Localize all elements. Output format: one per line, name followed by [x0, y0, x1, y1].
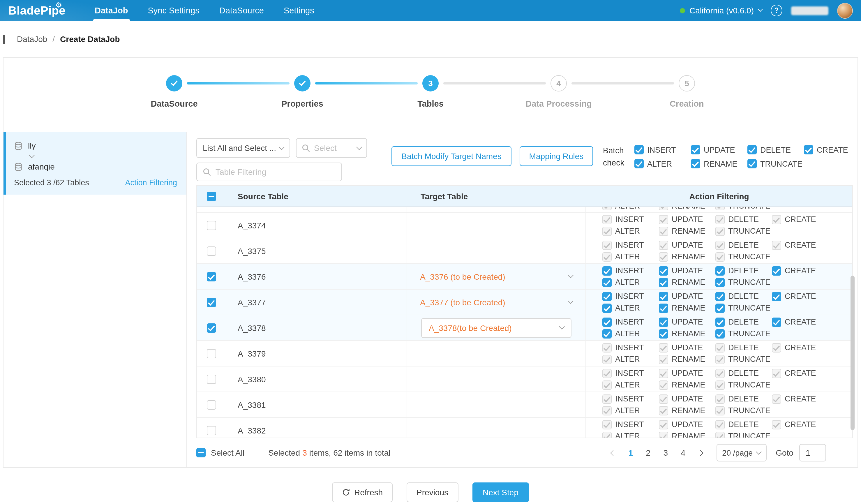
- action-filter-truncate[interactable]: TRUNCATE: [715, 278, 772, 287]
- nav-item-settings[interactable]: Settings: [284, 0, 314, 21]
- action-filter-delete[interactable]: DELETE: [715, 266, 772, 275]
- checkbox-checked[interactable]: [659, 303, 668, 313]
- checkbox-checked[interactable]: [772, 317, 781, 327]
- step-properties[interactable]: Properties: [238, 75, 366, 108]
- action-filter-insert[interactable]: INSERT: [602, 317, 659, 327]
- batch-check-truncate[interactable]: TRUNCATE: [748, 159, 804, 169]
- app-logo[interactable]: BladePipe ⚙: [8, 4, 66, 17]
- checkbox-checked[interactable]: [602, 317, 612, 327]
- action-filtering-link[interactable]: Action Filtering: [125, 178, 177, 187]
- target-database-row[interactable]: afanqie: [14, 160, 177, 173]
- batch-check-alter[interactable]: ALTER: [634, 159, 691, 169]
- page-button-2[interactable]: 2: [641, 445, 656, 461]
- action-filter-update[interactable]: UPDATE: [659, 266, 715, 275]
- target-table-name[interactable]: A_3376 (to be Created): [420, 272, 505, 281]
- checkbox-checked[interactable]: [659, 278, 668, 287]
- page-size-select[interactable]: 20 /page: [716, 444, 766, 462]
- action-filter-insert[interactable]: INSERT: [602, 266, 659, 275]
- prev-page-button[interactable]: [605, 445, 621, 461]
- page-button-3[interactable]: 3: [658, 445, 673, 461]
- target-table-select[interactable]: A_3378(to be Created): [421, 318, 572, 338]
- action-filter-create[interactable]: CREATE: [772, 266, 829, 275]
- nav-item-datajob[interactable]: DataJob: [95, 0, 128, 21]
- table-filter-input[interactable]: [216, 167, 336, 177]
- action-filter-rename[interactable]: RENAME: [659, 278, 715, 287]
- action-filter-create[interactable]: CREATE: [772, 317, 829, 327]
- batch-check-rename[interactable]: RENAME: [691, 159, 748, 169]
- next-page-button[interactable]: [693, 445, 708, 461]
- checkbox-checked[interactable]: [715, 266, 725, 275]
- checkbox-checked[interactable]: [602, 303, 612, 313]
- checkbox-checked[interactable]: [634, 159, 644, 168]
- checkbox-checked[interactable]: [748, 159, 757, 168]
- action-filter-truncate[interactable]: TRUNCATE: [715, 329, 772, 338]
- checkbox-checked[interactable]: [748, 145, 757, 154]
- row-checkbox[interactable]: [207, 220, 216, 230]
- row-checkbox[interactable]: [207, 349, 216, 358]
- select-all-toggle[interactable]: Select All: [196, 448, 244, 458]
- row-checkbox[interactable]: [207, 298, 216, 307]
- row-checkbox[interactable]: [207, 323, 216, 332]
- action-filter-create[interactable]: CREATE: [772, 291, 829, 301]
- checkbox-checked[interactable]: [715, 303, 725, 313]
- step-datasource[interactable]: DataSource: [110, 75, 238, 108]
- select-all-header-checkbox[interactable]: [207, 191, 216, 201]
- checkbox-checked[interactable]: [602, 278, 612, 287]
- action-filter-rename[interactable]: RENAME: [659, 303, 715, 313]
- checkbox-checked[interactable]: [659, 266, 668, 275]
- breadcrumb-parent[interactable]: DataJob: [17, 35, 47, 44]
- batch-check-delete[interactable]: DELETE: [748, 145, 804, 155]
- action-filter-alter[interactable]: ALTER: [602, 303, 659, 313]
- row-checkbox[interactable]: [207, 400, 216, 409]
- action-filter-insert[interactable]: INSERT: [602, 291, 659, 301]
- select-dropdown[interactable]: Select: [296, 138, 367, 158]
- checkbox-checked[interactable]: [691, 145, 700, 154]
- select-all-checkbox[interactable]: [196, 448, 206, 458]
- row-checkbox[interactable]: [207, 246, 216, 256]
- refresh-button[interactable]: Refresh: [332, 482, 393, 502]
- action-filter-alter[interactable]: ALTER: [602, 329, 659, 338]
- list-select-dropdown[interactable]: List All and Select ...: [196, 138, 290, 158]
- batch-modify-target-names-button[interactable]: Batch Modify Target Names: [392, 146, 511, 166]
- action-filter-rename[interactable]: RENAME: [659, 329, 715, 338]
- checkbox-checked[interactable]: [715, 291, 725, 301]
- action-filter-truncate[interactable]: TRUNCATE: [715, 303, 772, 313]
- batch-check-update[interactable]: UPDATE: [691, 145, 748, 155]
- checkbox-checked[interactable]: [659, 291, 668, 301]
- step-tables[interactable]: 3 Tables: [366, 75, 495, 108]
- checkbox-checked[interactable]: [602, 329, 612, 338]
- checkbox-checked[interactable]: [715, 317, 725, 327]
- checkbox-checked[interactable]: [659, 329, 668, 338]
- checkbox-checked[interactable]: [691, 159, 700, 168]
- checkbox-checked[interactable]: [772, 266, 781, 275]
- page-button-4[interactable]: 4: [675, 445, 691, 461]
- expand-tree-toggle[interactable]: [14, 152, 177, 160]
- checkbox-checked[interactable]: [715, 278, 725, 287]
- mapping-rules-button[interactable]: Mapping Rules: [520, 146, 593, 166]
- nav-item-datasource[interactable]: DataSource: [219, 0, 264, 21]
- action-filter-update[interactable]: UPDATE: [659, 291, 715, 301]
- table-filter-search[interactable]: [196, 163, 342, 181]
- datasource-selection[interactable]: lly afanqie Selected 3 /62 Tables Action…: [3, 132, 187, 195]
- batch-check-create[interactable]: CREATE: [804, 145, 860, 155]
- action-filter-update[interactable]: UPDATE: [659, 317, 715, 327]
- batch-check-insert[interactable]: INSERT: [634, 145, 691, 155]
- action-filter-delete[interactable]: DELETE: [715, 317, 772, 327]
- checkbox-checked[interactable]: [772, 291, 781, 301]
- nav-item-sync-settings[interactable]: Sync Settings: [148, 0, 199, 21]
- action-filter-delete[interactable]: DELETE: [715, 291, 772, 301]
- region-selector[interactable]: California (v0.6.0): [680, 6, 762, 15]
- help-button[interactable]: ?: [771, 5, 782, 16]
- target-table-name[interactable]: A_3377 (to be Created): [420, 298, 505, 307]
- avatar[interactable]: [837, 3, 853, 18]
- row-checkbox[interactable]: [207, 374, 216, 384]
- row-checkbox[interactable]: [207, 426, 216, 435]
- action-filter-alter[interactable]: ALTER: [602, 278, 659, 287]
- checkbox-checked[interactable]: [602, 266, 612, 275]
- goto-page-input[interactable]: [799, 444, 826, 462]
- previous-button[interactable]: Previous: [407, 482, 458, 502]
- checkbox-checked[interactable]: [634, 145, 644, 154]
- page-button-1[interactable]: 1: [623, 445, 638, 461]
- table-scrollbar[interactable]: [850, 276, 855, 430]
- checkbox-checked[interactable]: [602, 291, 612, 301]
